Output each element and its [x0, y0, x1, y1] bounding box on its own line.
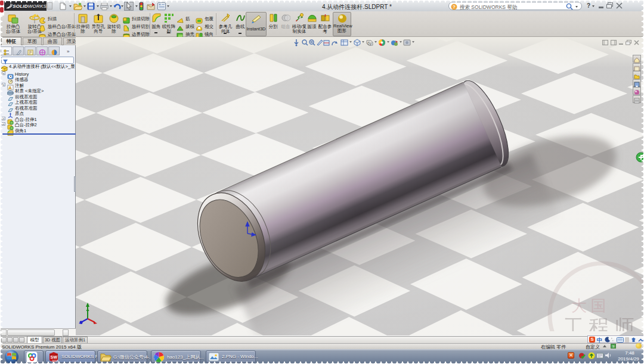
svg-text:?: ?	[453, 4, 456, 10]
svg-text:6y: 6y	[367, 41, 372, 46]
